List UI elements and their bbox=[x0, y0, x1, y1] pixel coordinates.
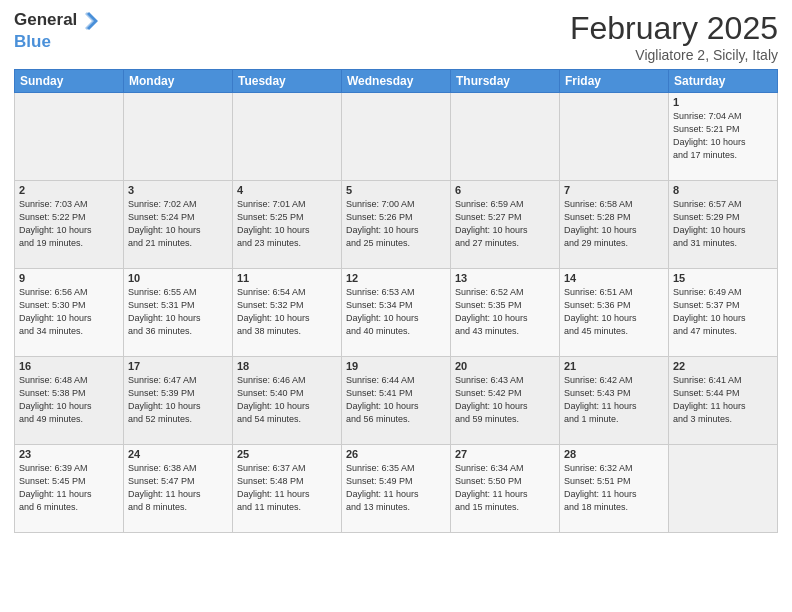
table-row: 28Sunrise: 6:32 AM Sunset: 5:51 PM Dayli… bbox=[560, 445, 669, 533]
day-number: 7 bbox=[564, 184, 664, 196]
month-title: February 2025 bbox=[570, 10, 778, 47]
table-row: 11Sunrise: 6:54 AM Sunset: 5:32 PM Dayli… bbox=[233, 269, 342, 357]
table-row bbox=[669, 445, 778, 533]
table-row: 1Sunrise: 7:04 AM Sunset: 5:21 PM Daylig… bbox=[669, 93, 778, 181]
logo-blue: Blue bbox=[14, 32, 101, 52]
day-number: 12 bbox=[346, 272, 446, 284]
table-row: 17Sunrise: 6:47 AM Sunset: 5:39 PM Dayli… bbox=[124, 357, 233, 445]
day-number: 17 bbox=[128, 360, 228, 372]
day-number: 14 bbox=[564, 272, 664, 284]
page-header: General Blue February 2025 Vigliatore 2,… bbox=[14, 10, 778, 63]
day-info: Sunrise: 7:00 AM Sunset: 5:26 PM Dayligh… bbox=[346, 198, 446, 250]
day-info: Sunrise: 6:57 AM Sunset: 5:29 PM Dayligh… bbox=[673, 198, 773, 250]
col-wednesday: Wednesday bbox=[342, 70, 451, 93]
table-row: 8Sunrise: 6:57 AM Sunset: 5:29 PM Daylig… bbox=[669, 181, 778, 269]
col-tuesday: Tuesday bbox=[233, 70, 342, 93]
day-info: Sunrise: 6:43 AM Sunset: 5:42 PM Dayligh… bbox=[455, 374, 555, 426]
table-row: 2Sunrise: 7:03 AM Sunset: 5:22 PM Daylig… bbox=[15, 181, 124, 269]
col-thursday: Thursday bbox=[451, 70, 560, 93]
col-friday: Friday bbox=[560, 70, 669, 93]
day-number: 22 bbox=[673, 360, 773, 372]
table-row: 21Sunrise: 6:42 AM Sunset: 5:43 PM Dayli… bbox=[560, 357, 669, 445]
table-row: 22Sunrise: 6:41 AM Sunset: 5:44 PM Dayli… bbox=[669, 357, 778, 445]
table-row: 7Sunrise: 6:58 AM Sunset: 5:28 PM Daylig… bbox=[560, 181, 669, 269]
table-row: 24Sunrise: 6:38 AM Sunset: 5:47 PM Dayli… bbox=[124, 445, 233, 533]
table-row bbox=[15, 93, 124, 181]
day-number: 10 bbox=[128, 272, 228, 284]
table-row: 4Sunrise: 7:01 AM Sunset: 5:25 PM Daylig… bbox=[233, 181, 342, 269]
table-row: 3Sunrise: 7:02 AM Sunset: 5:24 PM Daylig… bbox=[124, 181, 233, 269]
day-info: Sunrise: 6:44 AM Sunset: 5:41 PM Dayligh… bbox=[346, 374, 446, 426]
table-row: 26Sunrise: 6:35 AM Sunset: 5:49 PM Dayli… bbox=[342, 445, 451, 533]
day-info: Sunrise: 6:52 AM Sunset: 5:35 PM Dayligh… bbox=[455, 286, 555, 338]
table-row: 12Sunrise: 6:53 AM Sunset: 5:34 PM Dayli… bbox=[342, 269, 451, 357]
day-info: Sunrise: 6:37 AM Sunset: 5:48 PM Dayligh… bbox=[237, 462, 337, 514]
table-row: 14Sunrise: 6:51 AM Sunset: 5:36 PM Dayli… bbox=[560, 269, 669, 357]
table-row: 19Sunrise: 6:44 AM Sunset: 5:41 PM Dayli… bbox=[342, 357, 451, 445]
table-row bbox=[124, 93, 233, 181]
day-info: Sunrise: 6:58 AM Sunset: 5:28 PM Dayligh… bbox=[564, 198, 664, 250]
day-info: Sunrise: 6:41 AM Sunset: 5:44 PM Dayligh… bbox=[673, 374, 773, 426]
day-info: Sunrise: 6:46 AM Sunset: 5:40 PM Dayligh… bbox=[237, 374, 337, 426]
day-info: Sunrise: 6:42 AM Sunset: 5:43 PM Dayligh… bbox=[564, 374, 664, 426]
day-number: 15 bbox=[673, 272, 773, 284]
day-info: Sunrise: 6:39 AM Sunset: 5:45 PM Dayligh… bbox=[19, 462, 119, 514]
day-info: Sunrise: 6:56 AM Sunset: 5:30 PM Dayligh… bbox=[19, 286, 119, 338]
table-row: 18Sunrise: 6:46 AM Sunset: 5:40 PM Dayli… bbox=[233, 357, 342, 445]
logo: General Blue bbox=[14, 10, 101, 52]
day-number: 6 bbox=[455, 184, 555, 196]
table-row: 10Sunrise: 6:55 AM Sunset: 5:31 PM Dayli… bbox=[124, 269, 233, 357]
table-row: 15Sunrise: 6:49 AM Sunset: 5:37 PM Dayli… bbox=[669, 269, 778, 357]
day-number: 1 bbox=[673, 96, 773, 108]
day-number: 27 bbox=[455, 448, 555, 460]
day-number: 8 bbox=[673, 184, 773, 196]
table-row bbox=[560, 93, 669, 181]
table-row: 13Sunrise: 6:52 AM Sunset: 5:35 PM Dayli… bbox=[451, 269, 560, 357]
day-info: Sunrise: 6:55 AM Sunset: 5:31 PM Dayligh… bbox=[128, 286, 228, 338]
day-number: 11 bbox=[237, 272, 337, 284]
calendar-header-row: Sunday Monday Tuesday Wednesday Thursday… bbox=[15, 70, 778, 93]
day-number: 25 bbox=[237, 448, 337, 460]
day-number: 13 bbox=[455, 272, 555, 284]
logo-icon bbox=[78, 10, 100, 32]
day-number: 16 bbox=[19, 360, 119, 372]
day-number: 21 bbox=[564, 360, 664, 372]
day-number: 20 bbox=[455, 360, 555, 372]
day-info: Sunrise: 6:54 AM Sunset: 5:32 PM Dayligh… bbox=[237, 286, 337, 338]
day-number: 23 bbox=[19, 448, 119, 460]
table-row: 25Sunrise: 6:37 AM Sunset: 5:48 PM Dayli… bbox=[233, 445, 342, 533]
day-info: Sunrise: 6:32 AM Sunset: 5:51 PM Dayligh… bbox=[564, 462, 664, 514]
day-number: 4 bbox=[237, 184, 337, 196]
day-info: Sunrise: 6:51 AM Sunset: 5:36 PM Dayligh… bbox=[564, 286, 664, 338]
table-row bbox=[342, 93, 451, 181]
day-info: Sunrise: 6:35 AM Sunset: 5:49 PM Dayligh… bbox=[346, 462, 446, 514]
location: Vigliatore 2, Sicily, Italy bbox=[570, 47, 778, 63]
table-row: 16Sunrise: 6:48 AM Sunset: 5:38 PM Dayli… bbox=[15, 357, 124, 445]
day-number: 5 bbox=[346, 184, 446, 196]
day-info: Sunrise: 6:34 AM Sunset: 5:50 PM Dayligh… bbox=[455, 462, 555, 514]
title-block: February 2025 Vigliatore 2, Sicily, Ital… bbox=[570, 10, 778, 63]
day-info: Sunrise: 7:03 AM Sunset: 5:22 PM Dayligh… bbox=[19, 198, 119, 250]
day-info: Sunrise: 6:53 AM Sunset: 5:34 PM Dayligh… bbox=[346, 286, 446, 338]
col-saturday: Saturday bbox=[669, 70, 778, 93]
day-number: 2 bbox=[19, 184, 119, 196]
day-number: 19 bbox=[346, 360, 446, 372]
table-row: 6Sunrise: 6:59 AM Sunset: 5:27 PM Daylig… bbox=[451, 181, 560, 269]
day-info: Sunrise: 6:38 AM Sunset: 5:47 PM Dayligh… bbox=[128, 462, 228, 514]
day-info: Sunrise: 6:59 AM Sunset: 5:27 PM Dayligh… bbox=[455, 198, 555, 250]
day-number: 28 bbox=[564, 448, 664, 460]
table-row: 9Sunrise: 6:56 AM Sunset: 5:30 PM Daylig… bbox=[15, 269, 124, 357]
logo-general: General bbox=[14, 10, 77, 29]
day-info: Sunrise: 7:02 AM Sunset: 5:24 PM Dayligh… bbox=[128, 198, 228, 250]
day-number: 18 bbox=[237, 360, 337, 372]
table-row: 20Sunrise: 6:43 AM Sunset: 5:42 PM Dayli… bbox=[451, 357, 560, 445]
day-info: Sunrise: 6:48 AM Sunset: 5:38 PM Dayligh… bbox=[19, 374, 119, 426]
day-number: 24 bbox=[128, 448, 228, 460]
col-monday: Monday bbox=[124, 70, 233, 93]
day-info: Sunrise: 7:04 AM Sunset: 5:21 PM Dayligh… bbox=[673, 110, 773, 162]
day-info: Sunrise: 6:49 AM Sunset: 5:37 PM Dayligh… bbox=[673, 286, 773, 338]
table-row bbox=[233, 93, 342, 181]
table-row: 5Sunrise: 7:00 AM Sunset: 5:26 PM Daylig… bbox=[342, 181, 451, 269]
day-number: 3 bbox=[128, 184, 228, 196]
day-info: Sunrise: 6:47 AM Sunset: 5:39 PM Dayligh… bbox=[128, 374, 228, 426]
